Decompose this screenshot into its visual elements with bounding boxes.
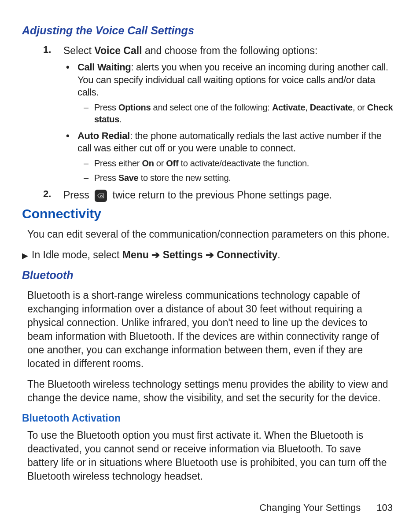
text: twice return to the previous Phone setti… [113, 189, 332, 201]
page-number: 103 [376, 502, 393, 513]
bold-text: Menu [122, 249, 149, 260]
arrow-icon: ➔ [149, 249, 163, 260]
chapter-title: Changing Your Settings [259, 502, 361, 513]
text: Press [94, 173, 118, 183]
dash-marker: – [84, 158, 94, 169]
text: In Idle mode, select [32, 249, 122, 260]
heading-connectivity: Connectivity [22, 206, 398, 221]
step-number: 1. [43, 44, 63, 58]
bullet-content: Auto Redial: the phone automatically red… [77, 130, 398, 155]
paragraph: Bluetooth is a short-range wireless comm… [27, 289, 394, 371]
bold-text: Save [118, 173, 139, 183]
bullet-auto-redial: • Auto Redial: the phone automatically r… [66, 130, 398, 155]
text: or [154, 158, 166, 168]
text: , [305, 103, 310, 112]
arrow-icon: ➔ [203, 249, 217, 260]
text: and select one of the following: [151, 103, 272, 112]
bold-text: Voice Call [94, 45, 142, 56]
text: Select [63, 45, 94, 56]
step-content: Select Voice Call and choose from the fo… [63, 44, 398, 58]
text: Press [94, 103, 118, 112]
paragraph: The Bluetooth wireless technology settin… [27, 378, 394, 405]
bold-text: Deactivate [310, 103, 353, 112]
bullet-call-waiting: • Call Waiting: alerts you when you rece… [66, 61, 398, 99]
dash-content: Press Save to store the new setting. [94, 172, 398, 184]
step-content: Press twice return to the previous Phone… [63, 188, 398, 202]
heading-voice-call-settings: Adjusting the Voice Call Settings [22, 24, 398, 37]
bold-text: Connectivity [217, 249, 277, 260]
paragraph: To use the Bluetooth option you must fir… [27, 429, 394, 483]
bold-text: Auto Redial [77, 130, 130, 141]
text: Press either [94, 158, 142, 168]
dash-content: Press either On or Off to activate/deact… [94, 158, 398, 169]
nav-path: ▶ In Idle mode, select Menu ➔ Settings ➔… [22, 248, 398, 262]
dash-item: – Press Options and select one of the fo… [84, 102, 398, 125]
text: to store the new setting. [138, 173, 231, 183]
text: to activate/deactivate the function. [178, 158, 309, 168]
dash-item: – Press Save to store the new setting. [84, 172, 398, 184]
step-number: 2. [43, 188, 63, 202]
heading-bluetooth-activation: Bluetooth Activation [22, 412, 398, 424]
bullet-marker: • [66, 61, 77, 99]
bold-text: Call Waiting [77, 62, 131, 73]
dash-marker: – [84, 172, 94, 184]
dash-item: – Press either On or Off to activate/dea… [84, 158, 398, 169]
text: , or [353, 103, 367, 112]
triangle-icon: ▶ [22, 250, 32, 261]
text: . [277, 249, 280, 260]
bold-text: Off [166, 158, 178, 168]
bold-text: Settings [163, 249, 203, 260]
page-footer: Changing Your Settings 103 [259, 502, 393, 514]
bold-text: Options [118, 103, 151, 112]
heading-bluetooth: Bluetooth [22, 269, 398, 282]
step-1: 1. Select Voice Call and choose from the… [43, 44, 398, 58]
bold-text: Activate [272, 103, 305, 112]
back-key-icon [95, 190, 107, 202]
text: Press [63, 189, 92, 201]
bold-text: On [142, 158, 154, 168]
bullet-content: Call Waiting: alerts you when you receiv… [77, 61, 398, 99]
paragraph: You can edit several of the communicatio… [27, 227, 394, 241]
dash-marker: – [84, 102, 94, 125]
bullet-marker: • [66, 130, 77, 155]
text: . [119, 114, 122, 124]
text: and choose from the following options: [142, 45, 318, 56]
dash-content: Press Options and select one of the foll… [94, 102, 398, 125]
step-2: 2. Press twice return to the previous Ph… [43, 188, 398, 202]
